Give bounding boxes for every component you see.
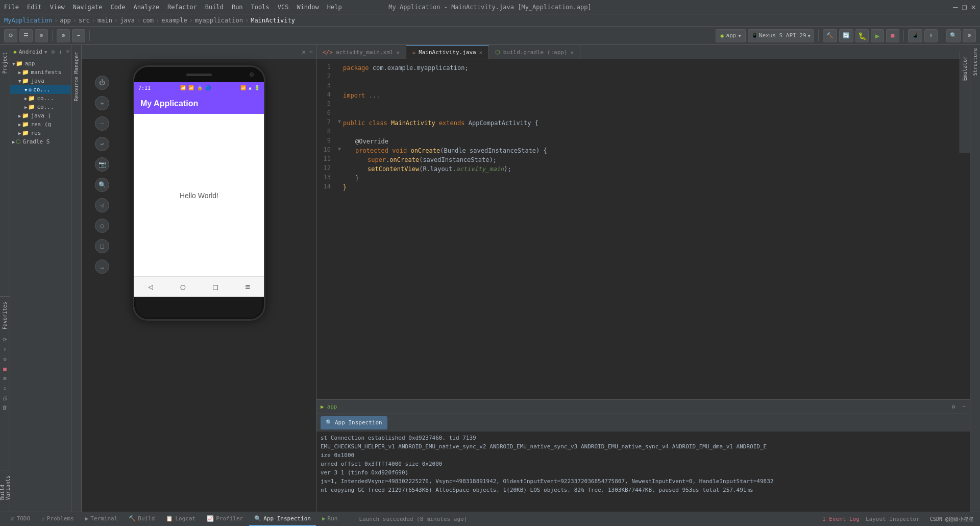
emu-power-btn[interactable]: ⏻ <box>95 76 109 90</box>
menu-tools[interactable]: Tools <box>251 4 270 11</box>
tree-item-java2[interactable]: ▶ 📁 java ( <box>10 111 71 120</box>
fold-icon-10[interactable]: ▼ <box>338 146 341 152</box>
bottom-tab-profiler[interactable]: 📈 Profiler <box>202 513 248 526</box>
tab-close-gradle[interactable]: ✕ <box>571 50 574 55</box>
rebuild-btn[interactable]: 🔄 <box>839 29 853 42</box>
back-icon[interactable]: ◁ <box>148 282 153 292</box>
build-variants-label[interactable]: Build Variants <box>0 472 12 503</box>
fold-icon[interactable]: ▼ <box>338 118 341 124</box>
tree-item-app[interactable]: ▼ 📁 app <box>10 59 71 68</box>
fav-tool-stop[interactable]: ■ <box>3 366 7 372</box>
tree-collapse-icon[interactable]: ≡ <box>66 49 70 55</box>
menu-navigate[interactable]: Navigate <box>73 4 103 11</box>
settings-btn[interactable]: ⚙ <box>35 29 48 42</box>
fav-tool-3[interactable]: ⚙ <box>3 356 7 363</box>
layout-inspector-btn[interactable]: Layout Inspector <box>866 516 920 522</box>
emu-vol-up-btn[interactable]: ＋ <box>95 96 109 110</box>
project-label[interactable]: Project <box>1 49 9 77</box>
tab-close-xml[interactable]: ✕ <box>396 50 399 55</box>
menu-code[interactable]: Code <box>111 4 126 11</box>
tree-item-res2[interactable]: ▶ 📁 res <box>10 129 71 137</box>
tree-item-co1[interactable]: ▼ ◉ co... <box>10 85 71 94</box>
fav-tool-5[interactable]: ↕ <box>3 385 7 392</box>
menu-edit[interactable]: Edit <box>27 4 42 11</box>
emu-more-btn[interactable]: … <box>95 259 109 274</box>
menu-refactor[interactable]: Refactor <box>167 4 197 11</box>
fav-tool-2[interactable]: ⬇ <box>3 346 7 353</box>
code-editor[interactable]: 1 package com.example.myapplication; 2 3 <box>316 59 970 399</box>
fav-tool-7[interactable]: 🗑 <box>2 404 8 411</box>
emu-rotate-btn[interactable]: ↩ <box>95 137 109 151</box>
recents-icon[interactable]: □ <box>213 282 218 292</box>
menu-vcs[interactable]: VCS <box>278 4 289 11</box>
settings-icon[interactable]: ⚙ <box>952 403 955 410</box>
debug-button[interactable]: 🐛 <box>855 29 869 42</box>
fav-tool-4[interactable]: ≡ <box>3 375 7 382</box>
favorites-label[interactable]: Favorites <box>1 299 9 332</box>
fav-tool-1[interactable]: ⟳ <box>3 337 7 343</box>
collapse-btn[interactable]: − <box>72 29 85 42</box>
configure-btn[interactable]: ⚙ <box>57 29 70 42</box>
menu-build[interactable]: Build <box>205 4 224 11</box>
window-controls[interactable]: — ❐ ✕ <box>953 2 976 12</box>
run-config-button[interactable]: ◆ app ▼ <box>716 29 746 42</box>
tree-sync-icon[interactable]: ↕ <box>59 49 62 55</box>
event-log-btn[interactable]: 1 Event Log <box>822 516 860 522</box>
resource-manager-label[interactable]: Resource Manager <box>72 49 80 104</box>
breadcrumb-example[interactable]: example <box>161 17 187 24</box>
log-content[interactable]: st Connection established 0xd9237460, ti… <box>316 432 970 512</box>
breadcrumb-myapp[interactable]: MyApplication <box>4 17 52 24</box>
close-emulator-icon[interactable]: ✕ <box>302 48 306 56</box>
structure-label[interactable]: Structure <box>971 45 979 79</box>
stop-btn[interactable]: ■ <box>886 29 899 42</box>
build-variants-strip[interactable]: Build Variants <box>0 470 10 500</box>
menu-run[interactable]: Run <box>232 4 243 11</box>
phone-screen[interactable]: 7:11 📶 📶 🔒 🔵 📶 ▲ 🔋 My Application Hello … <box>134 82 264 297</box>
menu-help[interactable]: Help <box>327 4 342 11</box>
emu-recents-btn[interactable]: □ <box>95 239 109 253</box>
sdk-manager-btn[interactable]: ⬇ <box>924 29 938 42</box>
menu-analyze[interactable]: Analyze <box>133 4 159 11</box>
run-button[interactable]: ▶ <box>871 29 884 42</box>
emulator-right-label[interactable]: Emulator <box>961 53 969 84</box>
tree-item-manifests[interactable]: ▶ 📁 manifests <box>10 68 71 77</box>
settings-main-btn[interactable]: ⚙ <box>963 29 976 42</box>
breadcrumb-app[interactable]: app <box>60 17 71 24</box>
phone-content[interactable]: Hello World! <box>134 114 264 277</box>
bottom-tab-logcat[interactable]: 📋 Logcat <box>161 513 201 526</box>
bottom-tab-terminal[interactable]: ▶ Terminal <box>80 513 123 526</box>
tab-close-java[interactable]: ✕ <box>479 50 482 55</box>
minimize-emulator-icon[interactable]: − <box>309 48 313 56</box>
bottom-tab-todo[interactable]: ☑ TODO <box>6 513 35 526</box>
phone-nav-bar[interactable]: ◁ ○ □ ≡ <box>134 276 264 297</box>
emu-home-btn[interactable]: ○ <box>95 219 109 233</box>
avd-manager-btn[interactable]: 📱 <box>908 29 922 42</box>
minimize-button[interactable]: — <box>953 2 958 12</box>
minimize-panel-icon[interactable]: − <box>962 403 966 410</box>
device-button[interactable]: 📱 Nexus S API 29 ▼ <box>748 29 814 42</box>
home-icon[interactable]: ○ <box>180 282 185 292</box>
maximize-button[interactable]: ❐ <box>962 2 967 12</box>
android-tree-chevron[interactable]: ▼ <box>44 50 47 55</box>
breadcrumb-java[interactable]: java <box>120 17 135 24</box>
menu-window[interactable]: Window <box>297 4 318 11</box>
emu-screenshot-btn[interactable]: 📷 <box>95 157 109 172</box>
bottom-tab-build[interactable]: 🔨 Build <box>124 513 160 526</box>
make-project-btn[interactable]: 🔨 <box>823 29 837 42</box>
breadcrumb-src[interactable]: src <box>79 17 90 24</box>
bottom-tab-problems[interactable]: ⚠ Problems <box>36 513 79 526</box>
menu-bar[interactable]: File Edit View Navigate Code Analyze Ref… <box>4 4 342 11</box>
breadcrumb-myapplication[interactable]: myapplication <box>195 17 243 24</box>
breadcrumb-main[interactable]: main <box>97 17 112 24</box>
breadcrumb-com[interactable]: com <box>142 17 154 24</box>
tree-item-co2[interactable]: ▶ 📁 co... <box>10 94 71 103</box>
search-everywhere-btn[interactable]: 🔍 <box>946 29 961 42</box>
tab-activity-main-xml[interactable]: ≺/≻ activity_main.xml ✕ <box>316 45 406 59</box>
emu-zoom-btn[interactable]: 🔍 <box>95 178 109 192</box>
breadcrumb-mainactivity[interactable]: MainActivity <box>251 17 295 24</box>
menu-view[interactable]: View <box>50 4 65 11</box>
bottom-tab-app-inspection[interactable]: 🔍 App Inspection <box>249 513 316 526</box>
tree-settings-icon[interactable]: ⚙ <box>51 49 55 55</box>
emu-back-btn[interactable]: ◁ <box>95 198 109 212</box>
menu-icon[interactable]: ≡ <box>245 282 250 292</box>
